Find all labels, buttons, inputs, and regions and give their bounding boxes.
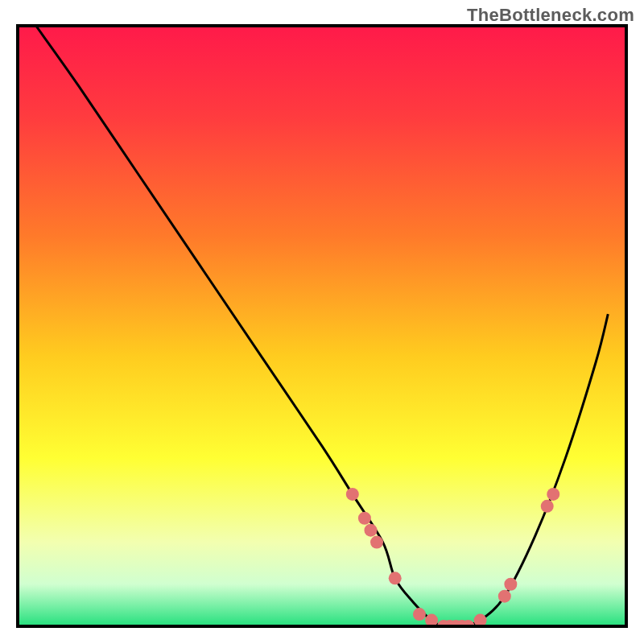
data-marker: [364, 524, 377, 537]
data-marker: [370, 536, 383, 549]
data-marker: [346, 488, 359, 501]
data-marker: [389, 572, 402, 584]
data-marker: [358, 512, 371, 525]
data-marker: [413, 608, 426, 621]
data-marker: [541, 500, 554, 513]
data-marker: [498, 590, 511, 603]
data-marker: [547, 488, 559, 501]
data-marker: [504, 578, 517, 591]
chart-container: TheBottleneck.com: [0, 0, 644, 644]
bottleneck-chart: [0, 0, 644, 644]
watermark-text: TheBottleneck.com: [467, 5, 634, 26]
